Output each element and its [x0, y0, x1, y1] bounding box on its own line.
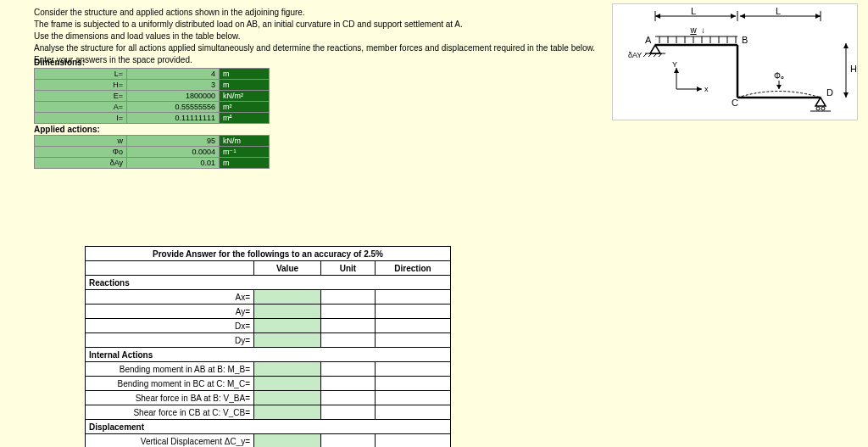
- input-dx[interactable]: [254, 319, 321, 333]
- problem-statement: Consider the structure and applied actio…: [34, 7, 610, 66]
- section-reactions: Reactions: [86, 276, 451, 290]
- svg-text:δAY: δAY: [628, 51, 642, 59]
- input-dcy[interactable]: [254, 434, 321, 448]
- section-displacement: Displacement: [86, 420, 451, 434]
- dim-row-E: E=1800000kN/m²: [35, 91, 270, 102]
- input-mb[interactable]: [254, 362, 321, 377]
- answer-caption: Provide Answer for the followings to an …: [86, 247, 451, 261]
- svg-text:L: L: [691, 6, 696, 16]
- dim-row-L: L=4m: [35, 69, 270, 80]
- svg-text:↓: ↓: [701, 25, 705, 35]
- input-ay[interactable]: [254, 305, 321, 319]
- svg-marker-50: [697, 87, 702, 92]
- svg-marker-5: [655, 14, 660, 19]
- section-internal: Internal Actions: [86, 348, 451, 362]
- structure-figure: L L H w ↓ A δAY B C D Φₒ x Y: [612, 3, 858, 120]
- svg-text:H: H: [850, 64, 857, 74]
- dimensions-title: Dimensions:: [34, 58, 85, 67]
- col-value: Value: [254, 261, 321, 276]
- structure-svg: L L H w ↓ A δAY B C D Φₒ x Y: [613, 4, 857, 120]
- intro-line-1: Consider the structure and applied actio…: [34, 7, 610, 18]
- svg-text:Y: Y: [672, 60, 677, 69]
- svg-marker-13: [843, 92, 849, 98]
- svg-text:B: B: [742, 35, 748, 45]
- act-row-phi: Φo0.0004m⁻¹: [35, 147, 270, 158]
- svg-marker-31: [650, 45, 660, 53]
- svg-marker-12: [843, 43, 849, 48]
- svg-text:L: L: [776, 6, 781, 16]
- svg-text:Φₒ: Φₒ: [774, 71, 784, 81]
- dimensions-table: L=4m H=3m E=1800000kN/m² A=0.55555556m² …: [34, 68, 270, 124]
- input-ax[interactable]: [254, 290, 321, 305]
- svg-line-33: [643, 53, 647, 57]
- dim-row-H: H=3m: [35, 80, 270, 91]
- actions-table: w95kN/m Φo0.0004m⁻¹ δAy0.01m: [34, 135, 270, 169]
- dim-row-I: I=0.11111111m⁴: [35, 113, 270, 124]
- svg-point-43: [821, 107, 825, 110]
- input-vba[interactable]: [254, 391, 321, 405]
- intro-line-2: The frame is subjected to a uniformly di…: [34, 19, 610, 30]
- col-unit: Unit: [321, 261, 376, 276]
- act-row-w: w95kN/m: [35, 136, 270, 147]
- svg-text:w: w: [689, 25, 697, 35]
- dim-row-A: A=0.55555556m²: [35, 102, 270, 113]
- svg-point-42: [816, 107, 820, 110]
- svg-marker-48: [776, 85, 782, 89]
- svg-marker-7: [740, 14, 745, 19]
- svg-text:x: x: [704, 85, 709, 93]
- svg-text:C: C: [732, 98, 738, 108]
- act-row-delta: δAy0.01m: [35, 158, 270, 169]
- svg-marker-6: [731, 14, 736, 19]
- intro-line-4: Analyse the structure for all actions ap…: [34, 42, 610, 53]
- input-dy[interactable]: [254, 333, 321, 348]
- svg-text:D: D: [826, 87, 833, 98]
- actions-title: Applied actions:: [34, 125, 100, 134]
- input-mc[interactable]: [254, 377, 321, 391]
- svg-text:A: A: [645, 35, 652, 45]
- intro-line-3: Use the dimensions and load values in th…: [34, 31, 610, 42]
- svg-marker-8: [815, 14, 821, 19]
- answer-table: Provide Answer for the followings to an …: [85, 246, 451, 447]
- intro-line-5: Enter your answers in the space provided…: [34, 54, 610, 65]
- input-vcb[interactable]: [254, 405, 321, 420]
- col-direction: Direction: [376, 261, 451, 276]
- svg-marker-41: [815, 98, 826, 106]
